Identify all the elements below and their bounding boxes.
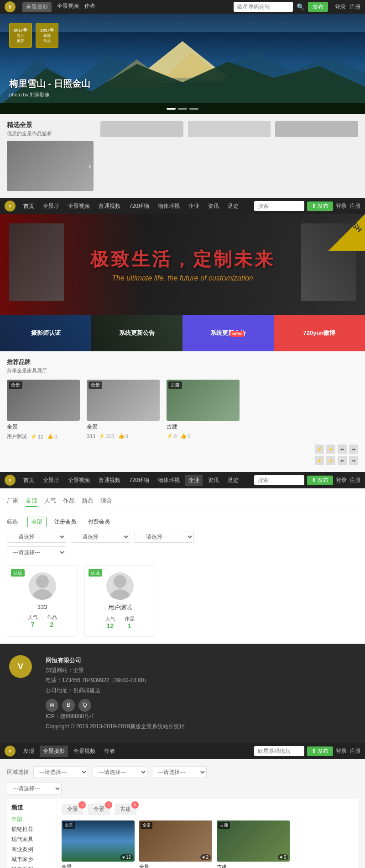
top-nav-panorama-video[interactable]: 全景视频 — [57, 2, 79, 12]
top-nav-author[interactable]: 作者 — [84, 2, 95, 12]
bottom-search-input[interactable] — [254, 746, 304, 756]
nav2-720obj[interactable]: 720环物 — [126, 475, 152, 486]
browse-tag-2[interactable]: 全景 2 — [88, 804, 110, 815]
sidebar-cat-2[interactable]: 现代家具 — [11, 836, 52, 843]
bottom-publish-btn[interactable]: ⬆ 发布 — [307, 746, 333, 756]
nav2-panorama-hall[interactable]: 全景厅 — [40, 475, 63, 486]
brand-share-btn[interactable]: ⚡ — [326, 456, 335, 465]
main-register-link[interactable]: 注册 — [349, 202, 360, 210]
top-publish-button[interactable]: 发布 — [308, 2, 328, 12]
top-register-link[interactable]: 注册 — [349, 3, 360, 11]
cat-card-updates[interactable]: NEW 系统更新公告 — [182, 315, 274, 351]
hero-dot-2[interactable] — [178, 108, 187, 110]
brand-item-thumb-1[interactable]: 全景 — [7, 380, 80, 421]
nav-item-object-orbit[interactable]: 物体环视 — [155, 201, 183, 212]
nav-item-news[interactable]: 资讯 — [205, 201, 222, 212]
browse-region-2[interactable]: ---请选择--- — [93, 766, 147, 778]
main-publish-btn[interactable]: ⬆ 发布 — [307, 201, 333, 211]
brand-fav-btn[interactable]: ⬅ — [338, 456, 347, 465]
main-nav2-search-input[interactable] — [254, 475, 304, 485]
browse-region-1[interactable]: ---请选择--- — [33, 766, 88, 778]
ent-tab-factory[interactable]: 厂家 — [7, 495, 19, 507]
brand-prev-arrow[interactable]: ⚡ — [315, 445, 324, 454]
nav-item-footprint[interactable]: 足迹 — [224, 201, 242, 212]
browse-thumb-3[interactable]: 古建 ♥ 5 — [217, 820, 290, 862]
brand-title: 推荐品牌 — [7, 358, 358, 366]
ent-tab-new[interactable]: 新品 — [82, 495, 94, 507]
brand-prev-arrow-2[interactable]: ⬅ — [338, 445, 347, 454]
nav2-enterprise[interactable]: 企业 — [185, 475, 203, 486]
ent-region-select-3[interactable]: ---请选择--- — [135, 531, 194, 543]
bottom-nav-author[interactable]: 作者 — [101, 746, 118, 757]
bottom-nav-discover[interactable]: 发现 — [20, 746, 37, 757]
nav-item-enterprise[interactable]: 企业 — [185, 201, 203, 212]
nav2-home[interactable]: 首页 — [20, 475, 37, 486]
social-weixin-icon[interactable]: W — [46, 699, 58, 712]
nav2-normal-video[interactable]: 普通视频 — [95, 475, 124, 486]
filter-tab-all[interactable]: 全部 — [27, 517, 47, 527]
sidebar-cat-4[interactable]: 城市家乡 — [11, 856, 52, 863]
nav-item-normal-video[interactable]: 普通视频 — [95, 201, 124, 212]
filter-tab-registered[interactable]: 注册会员 — [50, 517, 80, 527]
social-weibo-icon[interactable]: B — [62, 699, 75, 712]
featured-card-3[interactable] — [275, 121, 358, 137]
nav-item-home[interactable]: 首页 — [20, 201, 37, 212]
ent-region-select-4[interactable]: ---请选择--- — [7, 546, 66, 558]
bottom-nav-panorama[interactable]: 全景摄影 — [40, 746, 68, 757]
browse-tag-3[interactable]: 古建 5 — [115, 804, 136, 815]
top-search-input[interactable] — [234, 2, 293, 12]
hero-dot-3[interactable] — [189, 108, 198, 110]
browse-thumb-1[interactable]: 全景 ♥ 12 — [62, 820, 135, 862]
cat-card-weibo[interactable]: 720yun微博 — [274, 315, 365, 351]
top-login-link[interactable]: 登录 — [335, 3, 346, 11]
nav2-login[interactable]: 登录 — [336, 476, 347, 484]
nav2-footprint[interactable]: 足迹 — [224, 475, 242, 486]
featured-card-2[interactable] — [188, 121, 271, 137]
browse-thumb-2[interactable]: 全景 ♥ 2 — [139, 820, 212, 862]
filter-tab-paid[interactable]: 付费会员 — [84, 517, 114, 527]
featured-next-arrow[interactable]: › — [89, 161, 91, 171]
sidebar-cat-5[interactable]: 轻奢系列 — [11, 866, 52, 868]
cat-label-1: 摄影师认证 — [31, 329, 61, 337]
main-nav2-publish-btn[interactable]: ⬆ 发布 — [307, 476, 333, 485]
ent-tab-all[interactable]: 全部 — [26, 495, 37, 507]
brand-next-arrow-2[interactable]: ➡ — [349, 445, 358, 454]
bottom-nav-video[interactable]: 全景视频 — [70, 746, 99, 757]
nav2-register[interactable]: 注册 — [349, 476, 360, 484]
brand-like-btn[interactable]: ⚡ — [315, 456, 324, 465]
top-nav-panorama-photo[interactable]: 全景摄影 — [22, 2, 52, 12]
bottom-login-link[interactable]: 登录 — [336, 747, 347, 755]
nav-item-panorama-hall[interactable]: 全景厅 — [40, 201, 63, 212]
sidebar-cat-3[interactable]: 商业案例 — [11, 846, 52, 853]
cat-card-photographer[interactable]: 系统更新公告 — [91, 315, 182, 351]
browse-region-4[interactable]: ---请选择--- — [7, 783, 62, 794]
ent-region-select-2[interactable]: ---请选择--- — [71, 531, 130, 543]
main-login-link[interactable]: 登录 — [336, 202, 347, 210]
nav2-news[interactable]: 资讯 — [205, 475, 222, 486]
main-search-input[interactable] — [254, 201, 304, 211]
social-qq-icon[interactable]: Q — [78, 699, 91, 712]
ent-tab-popular[interactable]: 人气 — [44, 495, 56, 507]
browse-region-3[interactable]: ---请选择--- — [152, 766, 207, 778]
brand-item-thumb-3[interactable]: 古建 — [167, 380, 240, 421]
featured-thumbnail[interactable]: › — [7, 141, 94, 191]
featured-card-1[interactable] — [100, 121, 183, 137]
cat-card-universities[interactable]: 摄影师认证 — [0, 315, 91, 351]
filter-membership-tabs: 全部 注册会员 付费会员 — [27, 517, 114, 527]
top-search-button[interactable]: 🔍 — [297, 3, 304, 11]
nav2-object-orbit[interactable]: 物体环视 — [155, 475, 183, 486]
bottom-register-link[interactable]: 注册 — [349, 747, 360, 755]
brand-item-thumb-2[interactable]: 全景 — [87, 380, 160, 421]
hero-dot-1[interactable] — [167, 108, 176, 110]
sidebar-cat-1[interactable]: 锁链推荐 — [11, 826, 52, 833]
browse-sidebar-all[interactable]: 全部 — [11, 815, 52, 823]
nav2-panorama-video[interactable]: 全景视频 — [65, 475, 93, 486]
browse-tag-1[interactable]: 全景 12 — [62, 804, 83, 815]
ent-tab-works[interactable]: 作品 — [63, 495, 75, 507]
ent-tab-comprehensive[interactable]: 综合 — [100, 495, 112, 507]
ent-region-select-1[interactable]: ---请选择--- — [7, 531, 66, 543]
brand-next-arrow[interactable]: ⚡ — [326, 445, 335, 454]
nav-item-panorama-video[interactable]: 全景视频 — [65, 201, 93, 212]
nav-item-720obj[interactable]: 720环物 — [126, 201, 152, 212]
brand-comment-btn[interactable]: ➡ — [349, 456, 358, 465]
